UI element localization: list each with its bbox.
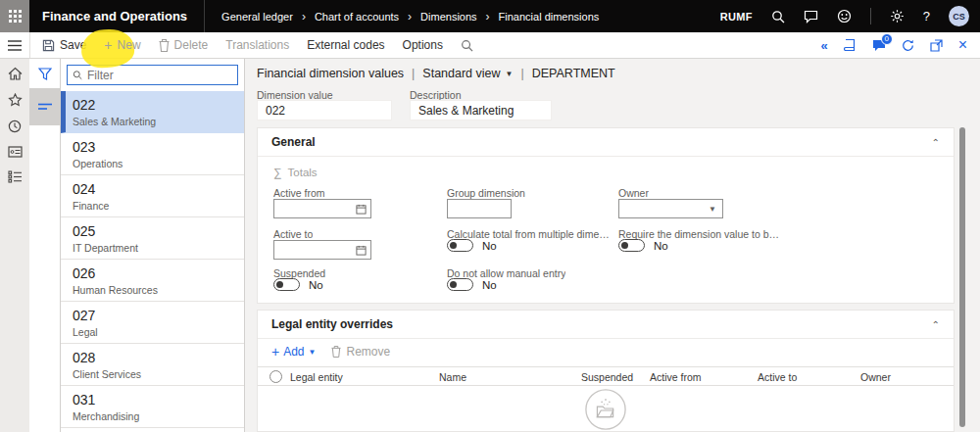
hamburger-menu-icon[interactable] — [0, 32, 30, 58]
group-dimension-input[interactable] — [447, 199, 512, 218]
home-icon[interactable] — [8, 67, 23, 80]
column-header[interactable]: Active to — [758, 371, 797, 383]
close-icon[interactable]: × — [958, 37, 967, 53]
column-header[interactable]: Name — [439, 371, 466, 383]
dimension-description: Finance — [73, 200, 244, 212]
dimension-code: 022 — [73, 97, 244, 113]
message-count-badge: 0 — [881, 33, 893, 45]
suspended-toggle[interactable]: No — [273, 278, 323, 291]
owner-select[interactable]: ▼ — [618, 199, 723, 218]
filter-funnel-icon[interactable] — [29, 59, 60, 88]
help-icon[interactable]: ? — [923, 9, 930, 24]
list-item[interactable]: 023Operations — [61, 133, 244, 175]
translations-button[interactable]: Translations — [225, 38, 289, 52]
delete-button[interactable]: Delete — [159, 38, 209, 52]
active-from-label: Active from — [273, 187, 325, 199]
open-in-new-window-icon[interactable] — [930, 39, 943, 52]
totals-button[interactable]: ∑ Totals — [273, 166, 318, 179]
filter-box[interactable] — [67, 65, 238, 85]
general-section-header[interactable]: General ⌃ — [258, 128, 954, 157]
owner-label: Owner — [618, 187, 649, 199]
description-input[interactable] — [410, 100, 552, 120]
dimension-values-list-panel: 022Sales & Marketing023Operations024Fina… — [61, 59, 245, 432]
alerts-bubble-icon[interactable] — [804, 10, 818, 24]
external-codes-button[interactable]: External codes — [307, 38, 384, 52]
task-guide-book-icon[interactable] — [844, 38, 857, 52]
require-balanced-toggle[interactable]: No — [618, 239, 668, 252]
modules-list-icon[interactable] — [8, 170, 23, 183]
calculate-total-toggle[interactable]: No — [447, 239, 497, 252]
dimension-description: Legal — [73, 326, 244, 338]
dimension-code: 027 — [73, 308, 244, 323]
action-pane: Save + New Delete Translations External … — [0, 32, 980, 59]
dimension-description: Human Resources — [73, 284, 244, 296]
add-button[interactable]: + Add ▼ — [271, 345, 316, 359]
column-header[interactable]: Legal entity — [290, 371, 343, 383]
save-floppy-icon — [42, 39, 55, 52]
list-lines-icon — [38, 103, 52, 111]
active-to-date-input[interactable] — [273, 240, 371, 260]
list-view-toggle[interactable] — [29, 88, 60, 125]
list-item[interactable]: 025IT Department — [61, 217, 244, 260]
list-item[interactable]: 024Finance — [61, 175, 244, 217]
settings-gear-icon[interactable] — [890, 9, 905, 24]
breadcrumb-item[interactable]: Financial dimensions — [499, 11, 600, 23]
header-divider: | — [412, 67, 415, 80]
overrides-table-header: Legal entityNameSuspendedActive fromActi… — [258, 366, 954, 386]
select-all-radio[interactable] — [270, 370, 282, 383]
dimension-value-input[interactable] — [257, 100, 392, 120]
no-manual-entry-toggle[interactable]: No — [447, 278, 497, 291]
list-item[interactable]: 028Client Services — [61, 344, 244, 386]
collapse-chevron-icon[interactable]: ⌃ — [932, 319, 940, 330]
column-header[interactable]: Owner — [860, 371, 891, 383]
list-item[interactable]: 022Sales & Marketing — [61, 91, 244, 133]
trash-icon — [159, 39, 170, 52]
save-button[interactable]: Save — [42, 38, 86, 52]
options-button[interactable]: Options — [403, 38, 443, 52]
breadcrumb-item[interactable]: Dimensions — [420, 11, 476, 23]
breadcrumb-item[interactable]: General ledger — [221, 11, 293, 23]
general-section: General ⌃ ∑ Totals Active from Active to… — [257, 127, 955, 304]
overrides-section-header[interactable]: Legal entity overrides ⌃ — [258, 311, 954, 339]
column-header[interactable]: Active from — [650, 371, 702, 383]
dimension-name-title: DEPARTMENT — [532, 67, 615, 80]
new-button-label: New — [118, 38, 141, 52]
view-selector[interactable]: Standard view ▼ — [422, 67, 513, 80]
refresh-icon[interactable] — [902, 39, 914, 52]
external-codes-button-label: External codes — [307, 38, 384, 52]
app-title[interactable]: Finance and Operations — [29, 9, 204, 24]
app-launcher-waffle-icon[interactable] — [0, 0, 29, 32]
chevron-down-icon: ▼ — [309, 348, 317, 357]
waffle-grid-icon — [9, 10, 22, 23]
company-selector[interactable]: RUMF — [720, 11, 753, 23]
active-from-date-input[interactable] — [273, 199, 371, 218]
totals-button-label: Totals — [288, 167, 318, 178]
filter-input[interactable] — [87, 69, 232, 82]
list-item[interactable]: 027Legal — [61, 302, 244, 344]
options-button-label: Options — [403, 38, 443, 52]
collapse-pane-icon[interactable]: « — [820, 38, 827, 53]
feedback-smiley-icon[interactable] — [837, 9, 852, 24]
search-icon[interactable] — [771, 10, 785, 24]
remove-button[interactable]: Remove — [331, 345, 390, 359]
toggle-pill-icon — [447, 278, 473, 291]
company-banner-icon[interactable] — [8, 146, 23, 158]
dimension-list: 022Sales & Marketing023Operations024Fina… — [61, 91, 244, 428]
list-item[interactable]: 026Human Resources — [61, 260, 244, 302]
breadcrumb-item[interactable]: Chart of accounts — [315, 11, 399, 23]
filter-search-icon — [73, 70, 82, 80]
avatar[interactable]: CS — [949, 6, 969, 26]
column-header[interactable]: Suspended — [581, 371, 633, 383]
new-button[interactable]: + New — [104, 38, 140, 52]
action-buttons-group: Save + New Delete Translations External … — [30, 38, 473, 52]
trash-icon — [331, 346, 341, 358]
overrides-toolbar: + Add ▼ Remove — [271, 345, 390, 359]
actionbar-search-icon[interactable] — [461, 39, 473, 52]
vertical-scrollbar[interactable] — [959, 127, 965, 427]
recent-clock-icon[interactable] — [8, 120, 22, 133]
messages-bubble-icon[interactable]: 0 — [872, 39, 886, 52]
favorites-star-icon[interactable] — [8, 93, 23, 107]
collapse-chevron-icon[interactable]: ⌃ — [932, 137, 940, 148]
translations-button-label: Translations — [225, 38, 289, 52]
list-item[interactable]: 031Merchandising — [61, 386, 244, 428]
